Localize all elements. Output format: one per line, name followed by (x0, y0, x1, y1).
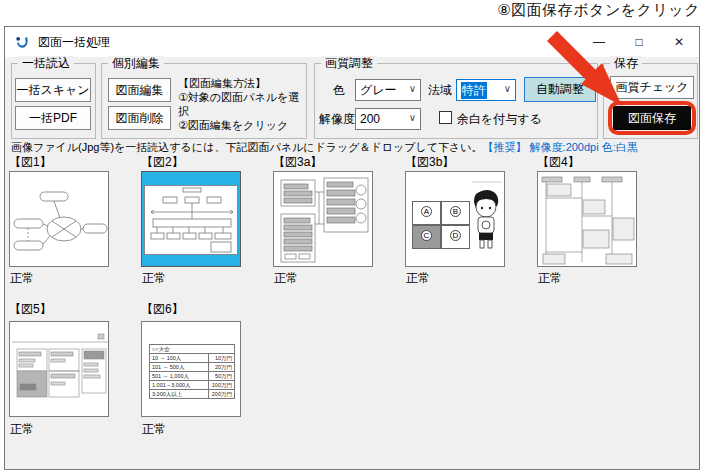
fig3b-cell-a: A (412, 201, 441, 225)
fig3b-cell-c: C (412, 225, 441, 249)
screen: ⑧図面保存ボタンをクリック 図面一括処理 — □ ✕ 一括読込 一括スキャン 一… (0, 0, 704, 474)
dragdrop-instruction-recommend: 【推奨】 解像度:200dpi 色:白黒 (483, 141, 638, 153)
resolution-dropdown[interactable]: 200 ∨ (355, 108, 421, 130)
color-label: 色 (333, 82, 345, 99)
group-individual-edit: 個別編集 図面編集 図面削除 【図面編集方法】 ①対象の図面パネルを選択 ②図面… (101, 63, 307, 139)
thumbnail-fig5[interactable] (9, 321, 109, 417)
group-quality-adjust-label: 画質調整 (321, 56, 377, 71)
auto-adjust-button[interactable]: 自動調整 (524, 77, 596, 102)
jurisdiction-dropdown[interactable]: 特許 ∨ (456, 79, 516, 101)
chevron-down-icon: ∨ (504, 83, 511, 94)
thumb-label-fig2: 【図2】 (141, 154, 184, 171)
fig2-diagram-icon (145, 186, 239, 254)
highlight-box (608, 101, 696, 135)
fig4-diagram-icon (538, 172, 637, 267)
thumbnail-fig2-selected[interactable] (141, 171, 241, 267)
thumb-status-fig6: 正常 (142, 421, 166, 438)
app-logo-icon (14, 34, 31, 51)
app-window: 図面一括処理 — □ ✕ 一括読込 一括スキャン 一括PDF 個別編集 図面編集… (4, 26, 700, 470)
thumb-status-fig3a: 正常 (274, 270, 298, 287)
title-bar: 図面一括処理 — □ ✕ (5, 27, 699, 57)
resolution-label: 解像度 (319, 111, 355, 128)
maximize-button[interactable]: □ (619, 27, 659, 57)
color-value: グレー (360, 82, 397, 99)
margin-checkbox[interactable] (439, 111, 452, 124)
close-button[interactable]: ✕ (659, 27, 699, 57)
thumbnail-fig3a[interactable] (273, 171, 373, 267)
group-quality-adjust: 画質調整 色 グレー ∨ 法域 特許 ∨ 自動調整 解像度 200 ∨ 余白を付… (314, 63, 598, 139)
fig3b-cell-b: B (441, 201, 470, 225)
fig1-diagram-icon (10, 172, 109, 267)
edit-help-text: 【図面編集方法】 ①対象の図面パネルを選択 ②図面編集をクリック (178, 76, 306, 132)
dragdrop-instruction-main: 画像ファイル(Jpg等)を一括読込するには、下記図面パネルにドラッグ＆ドロップし… (11, 141, 483, 153)
thumb-label-fig1: 【図1】 (9, 154, 52, 171)
fig6-table-title: ○○大会 (150, 345, 235, 354)
margin-checkbox-label: 余白を付与する (457, 111, 542, 128)
step-caption: ⑧図面保存ボタンをクリック (497, 1, 700, 20)
group-save-label: 保存 (610, 56, 642, 71)
fig3b-cell-d: D (441, 225, 470, 249)
thumbnail-fig1[interactable] (9, 171, 109, 267)
thumb-status-fig3b: 正常 (406, 270, 430, 287)
batch-pdf-button[interactable]: 一括PDF (15, 106, 91, 130)
thumb-label-fig4: 【図4】 (537, 154, 580, 171)
thumb-status-fig5: 正常 (10, 421, 34, 438)
minimize-button[interactable]: — (579, 27, 619, 57)
thumb-label-fig3a: 【図3a】 (273, 154, 322, 171)
chevron-down-icon: ∨ (409, 112, 416, 123)
edit-help-line2: ①対象の図面パネルを選択 (178, 90, 306, 118)
group-batch-read: 一括読込 一括スキャン 一括PDF (11, 63, 96, 139)
thumb-status-fig2: 正常 (142, 270, 166, 287)
fig5-diagram-icon (10, 322, 109, 417)
fig3a-diagram-icon (274, 172, 373, 267)
window-title: 図面一括処理 (38, 34, 110, 51)
thumbnail-fig4[interactable] (537, 171, 637, 267)
group-batch-read-label: 一括読込 (18, 56, 74, 71)
drawing-edit-button[interactable]: 図面編集 (108, 78, 171, 102)
thumb-label-fig3b: 【図3b】 (405, 154, 454, 171)
color-dropdown[interactable]: グレー ∨ (355, 79, 421, 101)
jurisdiction-label: 法域 (428, 82, 452, 99)
edit-help-line3: ②図面編集をクリック (178, 118, 306, 132)
group-individual-edit-label: 個別編集 (108, 56, 164, 71)
chevron-down-icon: ∨ (409, 83, 416, 94)
edit-help-line1: 【図面編集方法】 (178, 76, 306, 90)
quality-check-button[interactable]: 画質チェック (610, 76, 694, 99)
dragdrop-instruction: 画像ファイル(Jpg等)を一括読込するには、下記図面パネルにドラッグ＆ドロップし… (11, 140, 638, 155)
thumbnail-fig3b[interactable]: A B C D (405, 171, 505, 267)
thumb-status-fig1: 正常 (10, 270, 34, 287)
resolution-value: 200 (360, 112, 380, 126)
fig6-price-table: ○○大会 10 ～ 100人10万円 101 ～ 500人20万円 501 ～ … (149, 344, 235, 399)
drawing-delete-button[interactable]: 図面削除 (108, 106, 171, 130)
batch-scan-button[interactable]: 一括スキャン (15, 78, 91, 102)
thumb-label-fig6: 【図6】 (141, 301, 184, 318)
thumb-label-fig5: 【図5】 (9, 301, 52, 318)
thumbnail-fig6[interactable]: ○○大会 10 ～ 100人10万円 101 ～ 500人20万円 501 ～ … (141, 321, 241, 417)
jurisdiction-value: 特許 (461, 82, 487, 99)
thumb-status-fig4: 正常 (538, 270, 562, 287)
group-save: 保存 画質チェック 図面保存 (603, 63, 698, 139)
